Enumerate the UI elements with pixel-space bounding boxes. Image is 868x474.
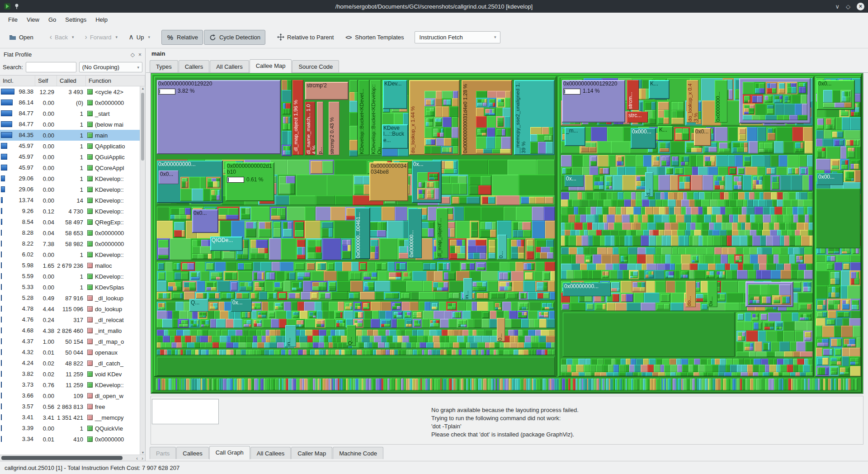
table-row[interactable]: 29.060.001KDevelop:: [0,173,140,184]
horizontal-scroll-thumb[interactable] [1,456,123,460]
table-row[interactable]: 3.413.411 351 421__memcpy [0,412,140,423]
incl-bar [1,371,2,377]
tab-types[interactable]: Types [150,60,178,72]
graph-error-message: No graph available because the layouting… [431,406,579,439]
function-group-icon [87,187,93,192]
table-row[interactable]: 3.730.7611 259KDevelop:: [0,379,140,390]
table-row[interactable]: 98.3812.293 493<cycle 42> [0,86,140,97]
call-graph-pane: No graph available because the layouting… [151,396,863,445]
open-button[interactable]: Open [4,30,38,45]
tab-source-code[interactable]: Source Code [292,60,339,72]
table-row[interactable]: 13.740.0014KDevelop:: [0,195,140,206]
table-row[interactable]: 3.570.562 863 813free [0,401,140,412]
grouping-combobox[interactable]: (No Grouping) ▾ [79,62,142,72]
callee-treemap-canvas[interactable] [151,74,862,393]
move-arrows-icon [277,33,284,41]
tab-callees[interactable]: Callees [176,447,208,459]
combobox-arrow-icon: ▾ [494,35,496,39]
event-type-combobox[interactable]: Instruction Fetch ▾ [415,31,500,43]
function-group-icon [87,295,93,301]
search-input[interactable] [26,62,76,72]
table-row[interactable]: 3.340.014100x0000000 [0,434,140,445]
table-row[interactable]: 84.770.001(below mai [0,119,140,130]
close-button[interactable]: × [857,3,864,10]
float-dock-icon[interactable]: ◇ [131,52,135,58]
scroll-up-icon[interactable]: ▲ [140,87,145,90]
menu-item-go[interactable]: Go [44,14,61,25]
tab-parts[interactable]: Parts [150,447,176,459]
relative-to-parent-button[interactable]: Relative to Parent [272,30,339,45]
table-row[interactable]: 5.330.001KDevSplas [0,282,140,293]
incl-bar [1,338,2,344]
table-row[interactable]: 4.684.382 826 460_int_mallo [0,325,140,336]
table-row[interactable]: 5.590.001KDevelop:: [0,271,140,282]
tab-all-callees[interactable]: All Callees [250,447,291,459]
table-row[interactable]: 86.140.00(0)0x0000000 [0,97,140,108]
table-row[interactable]: 4.371.0050 154_dl_map_o [0,336,140,347]
col-header-self[interactable]: Self [35,76,57,86]
table-row[interactable]: 6.020.001KDevelop:: [0,249,140,260]
scroll-down-icon[interactable]: ▼ [140,451,145,454]
function-group-icon [87,111,93,116]
detail-tabbar: TypesCallersAll CallersCallee MapSource … [146,59,868,73]
table-row[interactable]: 45.970.001QCoreAppl [0,162,140,173]
menu-item-view[interactable]: View [22,14,44,25]
maximize-button[interactable]: ◇ [846,4,850,9]
tab-caller-map[interactable]: Caller Map [291,447,332,459]
table-row[interactable]: 45.970.001QGuiApplic [0,152,140,162]
incl-bar [1,143,7,149]
incl-bar [1,414,2,420]
open-folder-icon [9,33,16,41]
table-row[interactable]: 4.784.44115 096do_lookup [0,303,140,314]
table-row[interactable]: 4.320.0150 044openaux [0,347,140,358]
relative-toggle[interactable]: % Relative [161,30,203,45]
close-dock-icon[interactable]: × [138,52,142,58]
cycle-detection-toggle[interactable]: Cycle Detection [204,30,265,45]
table-row[interactable]: 8.227.3858 9820x0000000 [0,238,140,249]
table-horizontal-scrollbar[interactable]: ‹ › [0,455,145,461]
table-row[interactable]: 5.280.4987 916_dl_lookup [0,293,140,303]
shorten-templates-button[interactable]: <> Shorten Templates [340,30,409,45]
function-group-icon [87,393,93,398]
function-group-icon [87,360,93,366]
table-row[interactable]: 8.540.0458 497QRegExp:: [0,217,140,228]
call-graph-birdseye[interactable] [152,399,219,424]
table-row[interactable]: 3.820.0211 259void KDev [0,369,140,379]
minimize-button[interactable]: ∨ [835,4,840,9]
incl-bar [1,121,12,127]
col-header-called[interactable]: Called [57,76,86,86]
tab-machine-code[interactable]: Machine Code [333,447,383,459]
table-row[interactable]: 29.060.001KDevelop:: [0,184,140,195]
forward-button[interactable]: › Forward ▾ [80,30,123,44]
table-row[interactable]: 4.240.0248 822_dl_catch_ [0,358,140,369]
up-button[interactable]: ∧ Up ▾ [123,30,155,44]
back-dropdown-icon: ▾ [72,35,74,39]
table-vertical-scrollbar[interactable]: ▲ ▼ [140,86,145,455]
tab-callers[interactable]: Callers [179,60,209,72]
scroll-left-icon[interactable]: ‹ [136,455,138,461]
table-row[interactable]: 8.280.0458 6530x0000000 [0,228,140,238]
menu-item-help[interactable]: Help [91,14,112,25]
table-row[interactable]: 84.350.001main [0,130,140,141]
back-button[interactable]: ‹ Back ▾ [45,30,79,44]
vertical-scroll-thumb[interactable] [141,93,144,161]
table-row[interactable]: 3.660.00109dl_open_w [0,390,140,401]
tab-all-callers[interactable]: All Callers [210,60,249,72]
tab-call-graph[interactable]: Call Graph [209,446,250,460]
table-row[interactable]: 4.760.24317_dl_relocat [0,314,140,325]
table-row[interactable]: 84.770.001_start [0,108,140,119]
incl-bar [1,403,2,409]
menu-item-file[interactable]: File [4,14,22,25]
table-row[interactable]: 5.981.652 679 236malloc [0,260,140,271]
up-icon: ∧ [128,35,134,39]
menu-item-settings[interactable]: Settings [61,14,91,25]
function-group-icon [87,306,93,312]
col-header-function[interactable]: Function [86,76,145,86]
tab-callee-map[interactable]: Callee Map [250,59,292,73]
table-row[interactable]: 9.260.124 730KDevelop:: [0,206,140,217]
col-header-incl[interactable]: Incl. [0,76,35,86]
table-row[interactable]: 3.390.001QQuickVie [0,423,140,434]
scroll-right-icon[interactable]: › [142,455,143,461]
table-row[interactable]: 45.970.001QApplicatio [0,141,140,152]
incl-bar [1,219,2,225]
